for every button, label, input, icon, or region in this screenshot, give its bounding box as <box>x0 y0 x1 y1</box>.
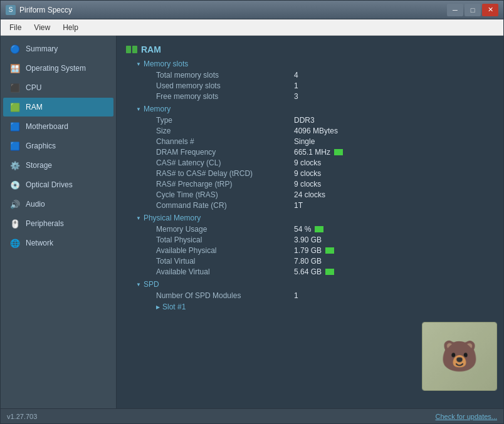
table-row: CAS# Latency (CL) 9 clocks <box>156 158 494 167</box>
storage-icon: ⚙️ <box>9 160 21 171</box>
app-title: Piriform Speccy <box>19 6 72 14</box>
watermark-inner: 🐻 <box>423 323 496 390</box>
key-spd-modules: Number Of SPD Modules <box>156 291 294 300</box>
key-available-virtual: Available Virtual <box>156 267 294 276</box>
val-spd-modules: 1 <box>294 291 298 300</box>
sidebar-item-cpu[interactable]: ⬛ CPU <box>3 78 113 97</box>
val-used-memory-slots: 1 <box>294 81 298 90</box>
main-content: 🔵 Summary 🪟 Operating System ⬛ CPU 🟩 RAM… <box>1 36 503 408</box>
sidebar-label-ram: RAM <box>26 103 43 111</box>
table-row: Channels # Single <box>156 137 494 146</box>
key-used-memory-slots: Used memory slots <box>156 81 294 90</box>
val-channels: Single <box>294 137 315 146</box>
memory-data: Type DDR3 Size 4096 MBytes Channels # Si… <box>146 116 494 210</box>
memory-slots-data: Total memory slots 4 Used memory slots 1… <box>146 71 494 101</box>
table-row: Size 4096 MBytes <box>156 127 494 135</box>
ram-icon: 🟩 <box>9 101 21 113</box>
table-row: RAS# Precharge (tRP) 9 clocks <box>156 180 494 189</box>
watermark: 🐻 <box>422 322 497 391</box>
val-ras-precharge: 9 clocks <box>294 180 321 189</box>
val-ras-cas: 9 clocks <box>294 169 321 178</box>
sidebar-item-summary[interactable]: 🔵 Summary <box>3 39 113 58</box>
menu-view[interactable]: View <box>28 21 56 34</box>
key-total-physical: Total Physical <box>156 235 294 244</box>
key-type: Type <box>156 116 294 125</box>
sidebar-label-os: Operating System <box>26 64 86 73</box>
app-icon: S <box>6 5 16 15</box>
sidebar-item-graphics[interactable]: 🟦 Graphics <box>3 137 113 155</box>
sidebar-label-cpu: CPU <box>26 83 41 92</box>
physical-memory-label: Physical Memory <box>136 214 494 222</box>
spd-slot-1[interactable]: Slot #1 <box>156 302 494 311</box>
sidebar-item-motherboard[interactable]: 🟦 Motherboard <box>3 117 113 136</box>
memory-slots-section: Memory slots Total memory slots 4 Used m… <box>136 59 494 101</box>
sidebar-label-motherboard: Motherboard <box>26 122 68 131</box>
table-row: Used memory slots 1 <box>156 81 494 90</box>
peripherals-icon: 🖱️ <box>9 218 21 229</box>
sidebar-item-os[interactable]: 🪟 Operating System <box>3 59 113 78</box>
table-row: Total memory slots 4 <box>156 71 494 80</box>
key-dram-freq: DRAM Frequency <box>156 148 294 157</box>
physical-memory-section: Physical Memory Memory Usage 54 % Total … <box>136 214 494 276</box>
sidebar-item-peripherals[interactable]: 🖱️ Peripherals <box>3 214 113 233</box>
spd-slot-label: Slot #1 <box>162 302 186 311</box>
key-total-virtual: Total Virtual <box>156 257 294 266</box>
title-bar: S Piriform Speccy ─ □ ✕ <box>1 1 503 19</box>
memory-label: Memory <box>136 105 494 113</box>
os-icon: 🪟 <box>9 63 21 74</box>
main-window: S Piriform Speccy ─ □ ✕ File View Help 🔵… <box>0 0 504 424</box>
network-icon: 🌐 <box>9 237 21 249</box>
status-bar: v1.27.703 Check for updates... <box>1 408 503 423</box>
dram-freq-indicator <box>334 149 343 155</box>
memory-usage-indicator <box>315 226 323 232</box>
table-row: Cycle Time (tRAS) 24 clocks <box>156 190 494 199</box>
sidebar-item-ram[interactable]: 🟩 RAM <box>3 98 113 116</box>
key-available-physical: Available Physical <box>156 246 294 255</box>
section-header-ram: RAM <box>126 44 494 54</box>
sidebar: 🔵 Summary 🪟 Operating System ⬛ CPU 🟩 RAM… <box>1 36 117 408</box>
key-memory-usage: Memory Usage <box>156 225 294 234</box>
key-total-memory-slots: Total memory slots <box>156 71 294 80</box>
val-cycle-time: 24 clocks <box>294 190 325 199</box>
table-row: Free memory slots 3 <box>156 92 494 101</box>
key-ras-cas: RAS# to CAS# Delay (tRCD) <box>156 169 294 178</box>
menu-bar: File View Help <box>1 19 503 36</box>
minimize-button[interactable]: ─ <box>447 4 463 16</box>
check-updates-link[interactable]: Check for updates... <box>436 413 497 420</box>
menu-file[interactable]: File <box>3 21 28 34</box>
key-ras-precharge: RAS# Precharge (tRP) <box>156 180 294 189</box>
sidebar-label-optical-drives: Optical Drives <box>26 180 73 189</box>
val-total-physical: 3.90 GB <box>294 235 322 244</box>
table-row: Memory Usage 54 % <box>156 225 494 234</box>
sidebar-label-peripherals: Peripherals <box>26 219 64 228</box>
optical-drives-icon: 💿 <box>9 179 21 190</box>
sidebar-label-summary: Summary <box>26 44 58 53</box>
key-cas: CAS# Latency (CL) <box>156 158 294 167</box>
val-free-memory-slots: 3 <box>294 92 298 101</box>
section-title-ram: RAM <box>141 44 161 54</box>
maximize-button[interactable]: □ <box>465 4 481 16</box>
val-memory-usage: 54 % <box>294 225 323 234</box>
physical-memory-data: Memory Usage 54 % Total Physical 3.90 GB… <box>146 225 494 276</box>
title-bar-left: S Piriform Speccy <box>6 5 72 15</box>
sidebar-item-optical-drives[interactable]: 💿 Optical Drives <box>3 175 113 194</box>
spd-label: SPD <box>136 280 494 289</box>
val-total-memory-slots: 4 <box>294 71 298 80</box>
sidebar-item-network[interactable]: 🌐 Network <box>3 234 113 252</box>
spd-data: Number Of SPD Modules 1 Slot #1 <box>146 291 494 311</box>
summary-icon: 🔵 <box>9 43 21 54</box>
audio-icon: 🔊 <box>9 199 21 210</box>
graphics-icon: 🟦 <box>9 140 21 152</box>
val-command-rate: 1T <box>294 201 303 210</box>
menu-help[interactable]: Help <box>56 21 85 34</box>
close-button[interactable]: ✕ <box>482 4 498 16</box>
val-available-physical: 1.79 GB <box>294 246 334 255</box>
table-row: Available Physical 1.79 GB <box>156 246 494 255</box>
table-row: Command Rate (CR) 1T <box>156 201 494 210</box>
content-panel: RAM Memory slots Total memory slots 4 Us… <box>117 36 503 408</box>
bear-icon: 🐻 <box>441 339 478 374</box>
sidebar-item-audio[interactable]: 🔊 Audio <box>3 195 113 214</box>
sidebar-label-network: Network <box>26 239 53 247</box>
table-row: DRAM Frequency 665.1 MHz <box>156 148 494 157</box>
sidebar-item-storage[interactable]: ⚙️ Storage <box>3 156 113 175</box>
